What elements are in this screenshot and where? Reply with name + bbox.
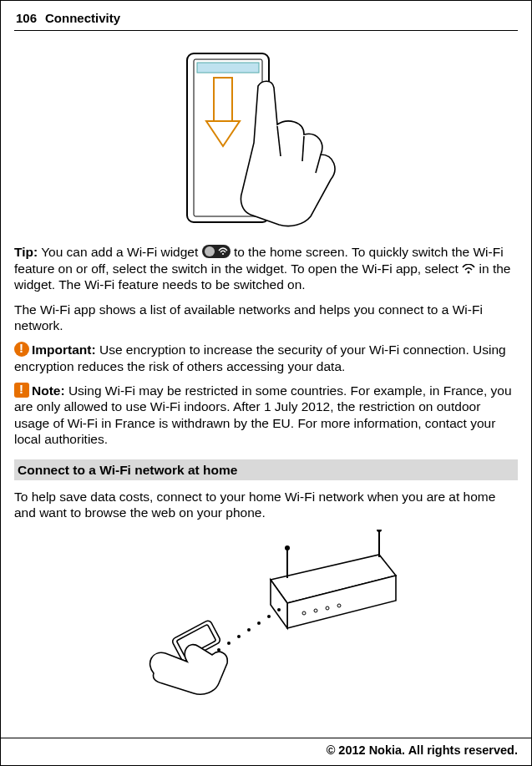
svg-rect-2: [197, 63, 259, 73]
figure-swipe-down: [14, 49, 518, 232]
svg-point-22: [267, 615, 271, 618]
section-title: Connectivity: [37, 11, 516, 25]
important-icon: [14, 342, 29, 357]
wifi-widget-icon: [202, 245, 231, 258]
svg-point-23: [257, 621, 261, 625]
note-paragraph: Note: Using Wi-Fi may be restricted in s…: [14, 383, 518, 448]
svg-point-8: [221, 253, 223, 255]
figure-phone-router: [14, 530, 518, 700]
wifi-icon: [462, 261, 475, 271]
page-container: 106 Connectivity: [0, 0, 532, 766]
connect-paragraph: To help save data costs, connect to your…: [14, 489, 518, 521]
svg-point-14: [285, 545, 290, 550]
section-heading-connect: Connect to a Wi-Fi network at home: [14, 459, 518, 480]
tip-label: Tip:: [14, 245, 38, 259]
page-number: 106: [16, 11, 37, 25]
svg-rect-3: [214, 78, 232, 121]
note-text: Using Wi-Fi may be restricted in some co…: [14, 383, 512, 446]
svg-point-16: [377, 530, 382, 532]
important-label: Important:: [32, 342, 96, 357]
important-paragraph: Important: Use encryption to increase th…: [14, 342, 518, 374]
svg-point-21: [277, 608, 281, 611]
note-label: Note:: [32, 383, 65, 398]
arrow-down-icon: [206, 78, 240, 146]
svg-point-26: [227, 642, 231, 645]
svg-point-9: [468, 271, 470, 273]
tip-paragraph: Tip: You can add a Wi-Fi widget to the h…: [14, 244, 518, 292]
page-content: Tip: You can add a Wi-Fi widget to the h…: [14, 31, 518, 700]
note-icon: [14, 383, 29, 398]
svg-marker-4: [206, 121, 240, 146]
wifi-app-paragraph: The Wi-Fi app shows a list of available …: [14, 302, 518, 334]
copyright-text: © 2012 Nokia. All rights reserved.: [327, 743, 518, 757]
tip-text-1: You can add a Wi-Fi widget: [38, 245, 201, 259]
svg-point-25: [237, 635, 241, 638]
svg-point-24: [247, 628, 251, 632]
page-footer: © 2012 Nokia. All rights reserved.: [1, 738, 531, 757]
page-header: 106 Connectivity: [14, 11, 518, 28]
